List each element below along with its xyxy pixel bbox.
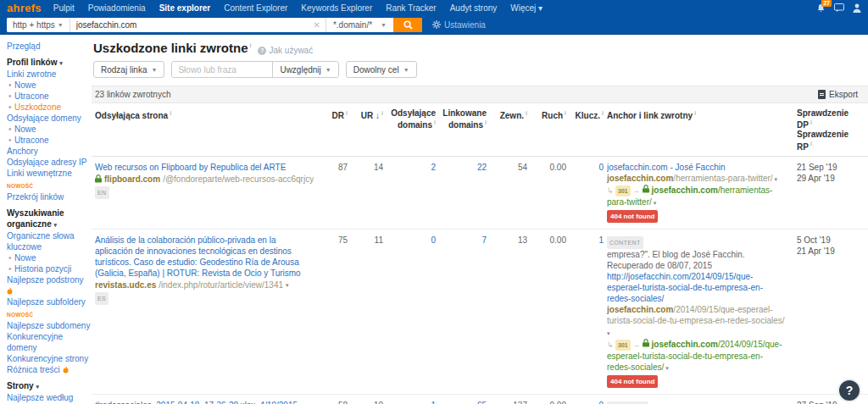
sidebar-item-utracone[interactable]: Utracone [7, 91, 92, 102]
sidebar-item-nowe[interactable]: Nowe [7, 124, 92, 135]
backlink-url[interactable]: josefacchin.com/2014/09/15/que-esperael-… [607, 304, 785, 339]
export-button[interactable]: Eksport [818, 90, 858, 99]
ur-value: 14 [351, 162, 383, 223]
sidebar-section-strony[interactable]: Strony ▾ [7, 380, 92, 392]
protocol-dropdown[interactable]: http + https▼ [7, 18, 70, 32]
chat-icon[interactable] [834, 3, 844, 12]
sidebar-item-najlepsze-podstrony[interactable]: Najlepsze podstrony [7, 274, 92, 296]
include-dropdown[interactable]: Uwzględnij▼ [272, 62, 337, 77]
column-traffic[interactable]: Ruch [531, 108, 566, 152]
sidebar-item-odsyłające-adresy-ip[interactable]: Odsyłające adresy IP [7, 157, 92, 168]
sidebar-item-różnica-treści[interactable]: Różnica treści [7, 364, 92, 375]
menu-item-rank-tracker[interactable]: Rank Tracker [386, 3, 436, 13]
sidebar-item-najlepsze-według-linków[interactable]: Najlepsze według linków [7, 392, 92, 404]
chevron-down-icon[interactable]: ▾ [286, 279, 289, 291]
column-dr[interactable]: DR [317, 108, 348, 152]
referring-domains-link[interactable]: 2 [431, 163, 436, 172]
notifications-bell-icon[interactable]: 27 [816, 3, 826, 13]
linked-domains-link[interactable]: 65 [477, 401, 487, 404]
menu-item-powiadomienia[interactable]: Powiadomienia [88, 3, 146, 13]
export-file-icon [818, 90, 826, 99]
url-path: /index.php/rotur/article/view/1341 [159, 279, 283, 291]
sidebar-item-konkurencyjne-strony[interactable]: Konkurencyjne strony [7, 353, 92, 364]
search-button[interactable] [393, 18, 422, 32]
referring-page-url[interactable]: flipboard.com/@fondoreparte/web-recursos… [95, 174, 314, 185]
target-filter[interactable]: Dowolny cel▼ [346, 61, 417, 78]
referring-page-title-link[interactable]: Análisis de la colaboración público-priv… [95, 235, 314, 279]
sidebar-item-konkurencyjne-domeny[interactable]: Konkurencyjne domeny [7, 331, 92, 353]
backlink-url[interactable]: josefacchin.com/herramientas-para-twitte… [607, 173, 785, 185]
sidebar-item-najlepsze-subdomeny[interactable]: Najlepsze subdomeny [7, 320, 92, 331]
anchor-text-line: josefacchin.com - José Facchin [607, 162, 785, 173]
referring-domains-link[interactable]: 1 [431, 401, 436, 404]
menu-item-keywords-explorer[interactable]: Keywords Explorer [301, 3, 372, 13]
anchor-backlink-cell: CONTENTempresa?". El blog de José Facchi… [607, 235, 793, 388]
referring-domains-link[interactable]: 0 [431, 235, 436, 245]
referring-page-title-link[interactable]: Web recursos on Flipboard by Republica d… [95, 162, 314, 173]
chevron-down-icon[interactable]: ▾ [664, 365, 668, 371]
sidebar-section-wyszukiwanie-organiczne[interactable]: Wyszukiwanie organiczne ▾ [7, 208, 92, 230]
external-links-value: 13 [490, 235, 527, 388]
chevron-down-icon[interactable]: ▾ [652, 200, 656, 206]
sidebar-item-organiczne-słowa-kluczowe[interactable]: Organiczne słowa kluczowe [7, 230, 92, 252]
keywords-link[interactable]: 0 [598, 401, 604, 404]
rel-attribute-badge: NOFOLLOW [607, 401, 648, 404]
sidebar-item-najlepsze-subfoldery[interactable]: Najlepsze subfoldery NOWOŚĆ [7, 296, 92, 320]
clear-input-icon[interactable]: ✕ [309, 20, 326, 30]
chevron-down-icon[interactable]: ▾ [607, 330, 610, 336]
redirect-line: ↳ 301 → josefacchin.com/2014/09/15/que-e… [607, 339, 785, 374]
sidebar-item-historia-pozycji[interactable]: Historia pozycji [7, 263, 92, 274]
sidebar-item-nowe[interactable]: Nowe [7, 252, 92, 263]
column-anchor[interactable]: Anchor i link zwrotny [607, 108, 793, 152]
menu-item-audyt-strony[interactable]: Audyt strony [450, 3, 498, 13]
chevron-down-icon[interactable]: ▾ [773, 176, 777, 182]
linked-domains-value: 7 [439, 235, 487, 388]
keywords-link[interactable]: 1 [598, 235, 604, 245]
sidebar-item-anchory[interactable]: Anchory [7, 146, 92, 157]
help-fab-button[interactable]: ? [837, 379, 861, 402]
column-referring-domains[interactable]: Odsyłające domains [387, 108, 436, 152]
menu-item-site-explorer[interactable]: Site explorer [159, 3, 211, 13]
sidebar-item-odsyłające-domeny[interactable]: Odsyłające domeny [7, 113, 92, 124]
how-to-use-link[interactable]: ? Jak używać [258, 46, 313, 55]
main-content: Uszkodzone linki zwrotne ? Jak używać Ro… [92, 35, 868, 404]
target-input[interactable] [70, 18, 309, 32]
sidebar-item-linki-wewnętrzne[interactable]: Linki wewnętrzne NOWOŚĆ [7, 168, 92, 191]
column-referring-page[interactable]: Odsyłająca strona [95, 108, 314, 152]
column-external[interactable]: Zewn. [490, 108, 527, 152]
phrase-filter-input[interactable] [172, 62, 272, 77]
anchor-link[interactable]: http://josefacchin.com/2014/09/15/que-es… [607, 272, 763, 303]
sidebar-item-utracone[interactable]: Utracone [7, 135, 92, 146]
lock-icon [95, 174, 102, 183]
menu-item-pulpit[interactable]: Pulpit [53, 3, 75, 13]
column-keywords[interactable]: Klucz. [570, 108, 604, 152]
column-ur[interactable]: UR ↓ [351, 108, 383, 152]
sidebar-item-uszkodzone[interactable]: Uszkodzone [7, 102, 92, 113]
sidebar-item-nowe[interactable]: Nowe [7, 80, 92, 91]
linked-domains-value: 22 [439, 162, 487, 223]
sidebar-item-linki-zwrotne[interactable]: Linki zwrotne [7, 69, 92, 80]
menu-item-content-explorer[interactable]: Content Explorer [224, 3, 287, 13]
flame-icon [7, 287, 13, 295]
new-badge: NOWOŚĆ [7, 312, 33, 318]
sidebar-item-przekrój-linków[interactable]: Przekrój linków [7, 191, 92, 202]
column-check-dates[interactable]: Sprawdzenie DP Sprawdzenie RP [797, 108, 863, 152]
redirect-domain: josefacchin.com [649, 340, 718, 349]
column-linked-domains[interactable]: Linkowane domains [439, 108, 487, 152]
settings-button[interactable]: Ustawienia [432, 20, 486, 30]
ahrefs-logo[interactable]: ahrefs [7, 2, 42, 14]
referring-page-title-link[interactable]: #redessociales_2015-04-18_17-36-28.xlsx,… [95, 400, 314, 404]
sidebar-section-profil-link-w[interactable]: Profil linków ▾ [7, 57, 92, 69]
menu-item-wi-cej-[interactable]: Więcej ▾ [510, 3, 542, 13]
url-path: /@fondoreparte/web-recursos-acc6qrjcy [163, 174, 314, 185]
search-mode-dropdown[interactable]: *.domain/*▼ [326, 18, 393, 32]
linked-domains-link[interactable]: 22 [477, 163, 487, 172]
user-account-icon[interactable] [853, 3, 861, 13]
link-type-filter[interactable]: Rodzaj linka▼ [93, 61, 164, 78]
linked-domains-link[interactable]: 7 [481, 235, 487, 245]
referring-page-url[interactable]: revistas.udc.es/index.php/rotur/article/… [95, 279, 314, 291]
anchor-link[interactable]: josefacchin.com - José Facchin [607, 163, 726, 172]
sidebar-item-przegląd[interactable]: Przegląd [7, 41, 92, 52]
main-menu: PulpitPowiadomieniaSite explorerContent … [53, 3, 816, 13]
keywords-link[interactable]: 0 [598, 163, 604, 172]
